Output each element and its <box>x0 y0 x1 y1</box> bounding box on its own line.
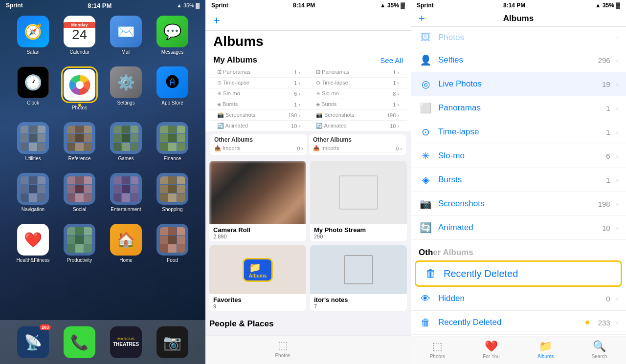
add-button-p3[interactable]: + <box>419 12 425 25</box>
app-mail[interactable]: ✉️ Mail <box>105 16 147 55</box>
other-albums-header-p3: Other Albums <box>411 240 626 260</box>
dock-movie[interactable]: MARCUS THEATRES <box>110 326 142 358</box>
album-screenshots-left[interactable]: 📸 Screenshots198 › <box>209 110 308 121</box>
live-photos-icon: ◎ <box>419 77 432 91</box>
slomo-chevron: › <box>616 152 618 160</box>
home-icon: 🏠 <box>110 224 142 256</box>
app-home[interactable]: 🏠 Home <box>105 224 147 263</box>
tab-albums-p3[interactable]: 📁 Albums <box>537 340 554 359</box>
imports-left[interactable]: 📥 Imports0 › <box>214 144 303 153</box>
app-reference[interactable]: Reference <box>59 122 100 161</box>
time-p1: 8:14 PM <box>88 2 112 9</box>
status-bar-p1: Sprint 8:14 PM ▲ 35% ▓ <box>0 0 205 11</box>
timelapse-chevron: › <box>616 128 618 136</box>
app-entertainment[interactable]: Entertainment <box>105 173 147 212</box>
album-screenshots-right[interactable]: 📸 Screenshots198 › <box>308 110 407 121</box>
app-social[interactable]: Social <box>59 173 100 212</box>
album-item-recently-deleted-highlighted[interactable]: 🗑 Recently Deleted <box>416 262 621 285</box>
favorites-row: 📁 Albums Favorites 9 itor's notes 7 <box>205 245 411 315</box>
photo-stream-card[interactable]: My Photo Stream 290 <box>310 161 407 241</box>
album-timelapse-left[interactable]: ⊙ Time-lapse1 › <box>209 78 308 88</box>
other-albums-section: Other Albums 📥 Imports0 › Other Albums 📥… <box>205 131 411 157</box>
my-albums-section: My Albums See All <box>205 51 411 67</box>
animated-chevron: › <box>616 224 618 232</box>
album-item-panoramas[interactable]: ⬜ Panoramas 1 › <box>411 96 626 120</box>
app-finance[interactable]: Finance <box>152 122 193 161</box>
app-clock[interactable]: 🕐 Clock <box>12 66 54 110</box>
album-slomo-left[interactable]: ✳ Slo-mo6 › <box>209 88 308 99</box>
album-item-photos-partial: 🖼 Photos › <box>411 27 626 48</box>
camera-roll-card[interactable]: Camera Roll 2,890 <box>209 161 306 241</box>
photos-tab-icon-p2: ⬚ <box>278 339 288 352</box>
app-utilities[interactable]: Utilities <box>12 122 54 161</box>
app-games[interactable]: Games <box>105 122 147 161</box>
recently-deleted-chevron: › <box>616 319 618 326</box>
clock-label: Clock <box>27 100 39 106</box>
app-messages[interactable]: 💬 Messages <box>152 16 193 55</box>
header-p3: + Albums <box>411 11 626 27</box>
games-folder-icon <box>110 122 142 154</box>
album-animated-right[interactable]: 🔄 Animated10 › <box>308 121 407 131</box>
album-item-recently-deleted[interactable]: 🗑 Recently Deleted 233 › <box>411 311 626 335</box>
app-food[interactable]: Food <box>152 224 193 263</box>
hidden-name: Hidden <box>438 294 600 303</box>
small-albums-col-right: ⊞ Panoramas1 › ⊙ Time-lapse1 › ✳ Slo-mo8… <box>308 67 407 131</box>
tab-search-p3[interactable]: 🔍 Search <box>592 340 607 359</box>
bursts-count: 1 <box>606 176 610 184</box>
dock-radio[interactable]: 📡 263 <box>17 326 49 358</box>
foryou-tab-icon-p3: ❤️ <box>485 340 498 353</box>
album-animated-left[interactable]: 🔄 Animated10 › <box>209 121 308 131</box>
bursts-chevron: › <box>616 176 618 184</box>
tab-photos-p3[interactable]: ⬚ Photos <box>430 340 445 359</box>
photos-tab-label-p3: Photos <box>430 354 445 359</box>
app-healthfitness[interactable]: ❤️ Health&Fitness <box>12 224 54 263</box>
album-bursts-left[interactable]: ◈ Bursts1 › <box>209 99 308 110</box>
tab-photos-p2[interactable]: ⬚ Photos <box>275 339 290 360</box>
app-safari[interactable]: 🧭 Safari <box>12 16 54 55</box>
recently-deleted-row-icon: 🗑 <box>419 316 432 329</box>
my-albums-label: My Albums <box>213 55 257 65</box>
album-panoramas-left[interactable]: ⊞ Panoramas1 › <box>209 67 308 78</box>
app-navigation[interactable]: Navigation <box>12 173 54 212</box>
dock-camera[interactable]: 📷 <box>156 326 188 358</box>
screenshots-count: 198 <box>598 200 610 208</box>
calendar-label: Calendar <box>69 49 89 55</box>
app-productivity[interactable]: Productivity <box>59 224 100 263</box>
tab-foryou-p3[interactable]: ❤️ For You <box>483 340 499 359</box>
dock-phone[interactable]: 📞 <box>64 326 95 358</box>
app-calendar[interactable]: Monday 24 Calendar <box>59 16 100 55</box>
editors-notes-card[interactable]: itor's notes 7 <box>310 245 407 311</box>
app-photos[interactable]: Photos <box>59 66 100 110</box>
album-timelapse-right[interactable]: ⊙ Time-lapse1 › <box>308 78 407 88</box>
album-slomo-right[interactable]: ✳ Slo-mo8 › <box>308 88 407 99</box>
app-grid-row5: ❤️ Health&Fitness Productivity 🏠 Home Fo… <box>0 219 205 268</box>
album-item-screenshots[interactable]: 📷 Screenshots 198 › <box>411 192 626 216</box>
app-grid-row2: 🕐 Clock Phot <box>0 62 205 115</box>
photos-icon <box>64 69 95 101</box>
album-item-live-photos[interactable]: ◎ Live Photos 19 › <box>411 72 626 96</box>
signal-p1: ▲ 35% ▓ <box>177 2 200 8</box>
photos-dot-indicator <box>78 104 81 107</box>
album-item-selfies[interactable]: 👤 Selfies 296 › <box>411 48 626 72</box>
app-shopping[interactable]: Shopping <box>152 173 193 212</box>
small-albums-grid: ⊞ Panoramas1 › ⊙ Time-lapse1 › ✳ Slo-mo6… <box>205 67 411 131</box>
utilities-label: Utilities <box>25 156 41 161</box>
album-item-hidden[interactable]: 👁 Hidden 0 › <box>411 287 626 311</box>
app-settings[interactable]: ⚙️ Settings <box>105 66 147 110</box>
signal-p3: ▲ 35% ▓ <box>595 2 620 9</box>
album-item-timelapse[interactable]: ⊙ Time-lapse 1 › <box>411 120 626 144</box>
animated-count: 10 <box>602 224 610 232</box>
album-item-animated[interactable]: 🔄 Animated 10 › <box>411 216 626 240</box>
time-p3: 8:14 PM <box>503 2 525 9</box>
app-appstore[interactable]: 🅐 App Store <box>152 66 193 110</box>
album-panoramas-right[interactable]: ⊞ Panoramas1 › <box>308 67 407 78</box>
album-item-bursts[interactable]: ◈ Bursts 1 › <box>411 168 626 192</box>
settings-label: Settings <box>117 100 134 106</box>
add-button-p2[interactable]: + <box>213 14 220 27</box>
album-item-slomo[interactable]: ✳ Slo-mo 6 › <box>411 144 626 168</box>
favorites-card[interactable]: 📁 Albums Favorites 9 <box>209 245 306 311</box>
album-bursts-right[interactable]: ◈ Bursts1 › <box>308 99 407 110</box>
recently-deleted-highlight-icon: 🗑 <box>424 267 438 280</box>
imports-right[interactable]: 📥 Imports0 › <box>313 144 402 153</box>
see-all-button[interactable]: See All <box>380 56 403 64</box>
